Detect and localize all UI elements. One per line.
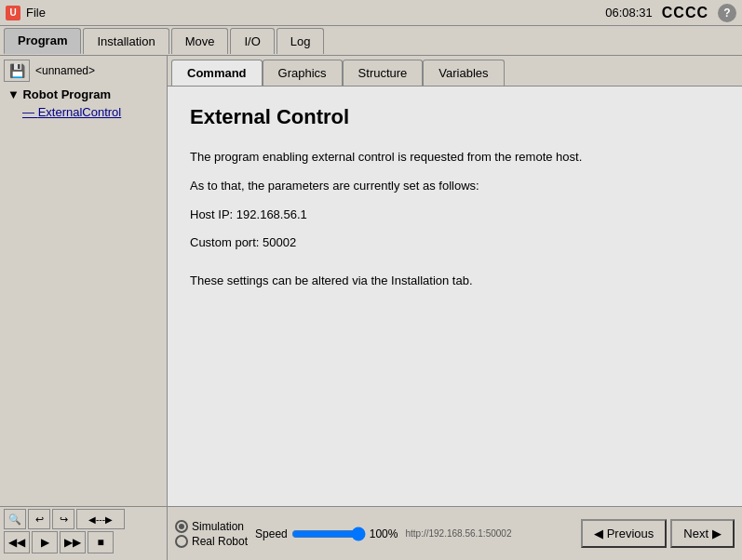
content-area: Command Graphics Structure Variables Ext… — [168, 56, 742, 506]
title-bar-right: 06:08:31 CCCC ? — [605, 4, 736, 22]
skip-forward-button[interactable]: ▶▶ — [60, 531, 86, 553]
description-paragraph1: The program enabling external control is… — [190, 148, 720, 167]
tree-child-item[interactable]: — ExternalControl — [4, 103, 163, 121]
tree-arrow-icon: ▼ — [7, 87, 22, 101]
help-button[interactable]: ? — [718, 4, 736, 22]
sub-tab-command[interactable]: Command — [171, 60, 263, 86]
tree-root-item[interactable]: ▼ Robot Program — [4, 86, 163, 103]
tab-io[interactable]: I/O — [230, 28, 274, 54]
simulation-label: Simulation — [192, 520, 244, 533]
bottom-left-panel: 🔍 ↩ ↪ ◀---▶ ◀◀ ▶ ▶▶ ■ — [0, 507, 168, 560]
top-navigation: Program Installation Move I/O Log — [0, 26, 742, 56]
search-icon-button[interactable]: 🔍 — [4, 509, 26, 529]
sub-tabs: Command Graphics Structure Variables — [168, 56, 742, 87]
previous-button[interactable]: ◀ Previous — [581, 519, 668, 548]
bottom-right-panel: Simulation Real Robot Speed 100% http://… — [168, 507, 742, 560]
simulation-radio[interactable] — [175, 520, 188, 533]
next-label: Next — [683, 527, 708, 540]
tab-program[interactable]: Program — [4, 28, 81, 54]
navigation-buttons: ◀ Previous Next ▶ — [581, 519, 735, 548]
bottom-toolbar: 🔍 ↩ ↪ ◀---▶ ◀◀ ▶ ▶▶ ■ Simulation Real Ro… — [0, 506, 742, 560]
tab-move[interactable]: Move — [171, 28, 229, 54]
undo-button[interactable]: ↩ — [28, 509, 50, 529]
next-button[interactable]: Next ▶ — [670, 519, 735, 548]
prev-label: Previous — [607, 527, 654, 540]
sub-tab-variables[interactable]: Variables — [423, 60, 504, 86]
program-name: <unnamed> — [32, 62, 99, 79]
content-panel: External Control The program enabling ex… — [168, 87, 742, 506]
speed-value: 100% — [370, 527, 398, 540]
save-button[interactable]: 💾 — [4, 60, 30, 82]
sub-tab-structure[interactable]: Structure — [343, 60, 424, 86]
dash-icon: — — [22, 105, 38, 119]
speed-control: Speed 100% — [255, 527, 398, 541]
simulation-radio-dot — [179, 524, 184, 529]
sidebar: 💾 <unnamed> ▼ Robot Program — ExternalCo… — [0, 56, 168, 506]
real-robot-option[interactable]: Real Robot — [175, 535, 248, 548]
redo-button[interactable]: ↪ — [52, 509, 74, 529]
clock-display: 06:08:31 — [605, 6, 653, 20]
real-robot-radio[interactable] — [175, 535, 188, 548]
robot-program-label: Robot Program — [22, 87, 111, 101]
url-display: http://192.168.56.1:50002 — [405, 528, 573, 539]
settings-info-text: These settings can be altered via the In… — [190, 272, 720, 291]
title-bar-left: U File — [6, 6, 46, 20]
tab-installation[interactable]: Installation — [83, 28, 169, 54]
app-icon: U — [6, 6, 20, 20]
sidebar-toolbar: 💾 <unnamed> — [4, 60, 163, 82]
skip-back-button[interactable]: ◀◀ — [4, 531, 30, 553]
playback-controls: ◀◀ ▶ ▶▶ ■ — [4, 531, 163, 553]
file-menu[interactable]: File — [26, 6, 46, 20]
icon-toolbar: 🔍 ↩ ↪ ◀---▶ — [4, 509, 163, 529]
external-control-label: ExternalControl — [38, 105, 122, 119]
sub-tab-graphics[interactable]: Graphics — [263, 60, 343, 86]
custom-port-text: Custom port: 50002 — [190, 233, 720, 253]
simulation-option[interactable]: Simulation — [175, 520, 248, 533]
page-title: External Control — [190, 105, 720, 129]
prev-arrow-icon: ◀ — [594, 527, 603, 540]
speed-slider[interactable] — [291, 527, 366, 541]
stop-button[interactable]: ■ — [88, 531, 114, 553]
play-button[interactable]: ▶ — [32, 531, 58, 553]
connection-status: CCCC — [662, 5, 708, 21]
robot-mode-group: Simulation Real Robot — [175, 520, 248, 548]
tab-log[interactable]: Log — [277, 28, 325, 54]
title-bar: U File 06:08:31 CCCC ? — [0, 0, 742, 26]
next-arrow-icon: ▶ — [712, 527, 722, 540]
main-layout: 💾 <unnamed> ▼ Robot Program — ExternalCo… — [0, 56, 742, 506]
host-ip-text: Host IP: 192.168.56.1 — [190, 206, 720, 225]
sequence-button[interactable]: ◀---▶ — [76, 509, 125, 529]
description-paragraph2: As to that, the parameters are currently… — [190, 177, 720, 196]
speed-label: Speed — [255, 527, 288, 540]
real-robot-label: Real Robot — [192, 535, 248, 548]
